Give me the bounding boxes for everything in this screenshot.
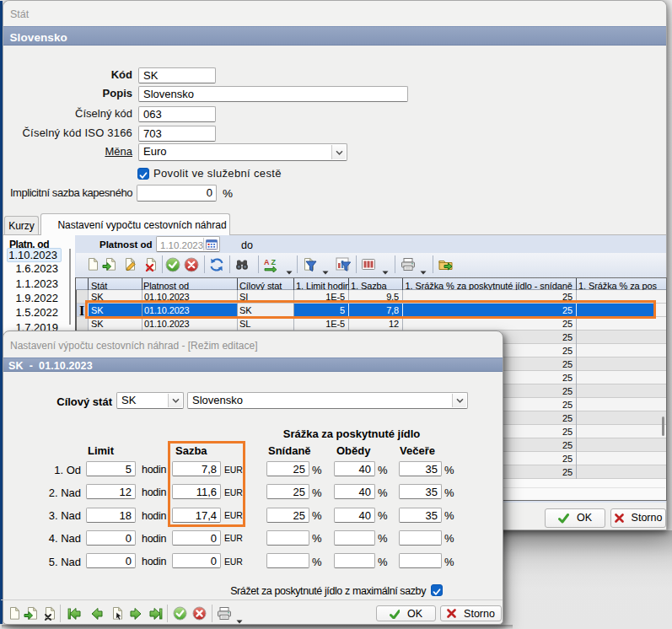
svg-text:Z: Z xyxy=(271,258,277,266)
svg-text:A: A xyxy=(264,258,270,266)
